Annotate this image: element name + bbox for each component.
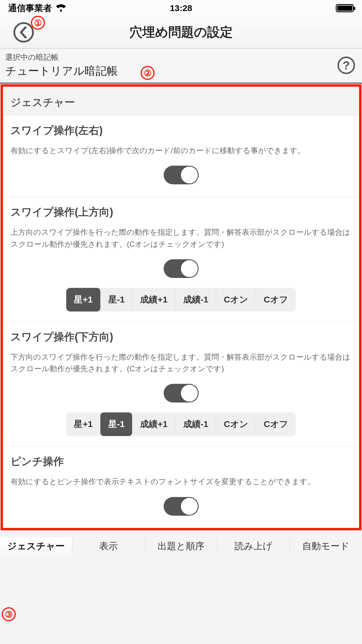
segmented-swipe-up: 星+1星-1成績+1成績-1CオンCオフ bbox=[66, 288, 295, 312]
seg-swipe_down-3[interactable]: 成績-1 bbox=[175, 412, 216, 436]
battery-icon bbox=[336, 4, 354, 12]
tab-1[interactable]: 表示 bbox=[72, 538, 144, 555]
setting-swipe-lr-desc: 有効にするとスワイプ(左右)操作で次のカード/前のカードに移動する事ができます。 bbox=[11, 145, 351, 156]
section-header-gesture: ジェスチャー bbox=[3, 87, 359, 115]
toggle-swipe-down[interactable] bbox=[164, 384, 199, 402]
seg-swipe_down-4[interactable]: Cオン bbox=[216, 412, 256, 436]
setting-swipe-down-title: スワイプ操作(下方向) bbox=[11, 330, 351, 344]
seg-swipe_up-5[interactable]: Cオフ bbox=[256, 288, 296, 312]
selected-deck-bar: 選択中の暗記帳 チュートリアル暗記帳 ? bbox=[0, 48, 362, 84]
setting-pinch-title: ピンチ操作 bbox=[11, 454, 351, 469]
seg-swipe_up-3[interactable]: 成績-1 bbox=[175, 288, 216, 312]
settings-panel: ジェスチャー スワイプ操作(左右) 有効にするとスワイプ(左右)操作で次のカード… bbox=[1, 84, 361, 530]
tab-2[interactable]: 出題と順序 bbox=[145, 538, 217, 555]
back-button[interactable] bbox=[13, 22, 34, 43]
seg-swipe_down-5[interactable]: Cオフ bbox=[256, 412, 296, 436]
tab-3[interactable]: 読み上げ bbox=[217, 538, 289, 555]
carrier-label: 通信事業者 bbox=[8, 2, 52, 14]
tab-0[interactable]: ジェスチャー bbox=[0, 538, 72, 555]
seg-swipe_down-1[interactable]: 星-1 bbox=[100, 412, 132, 436]
setting-pinch: ピンチ操作 有効にするとピンチ操作で表示テキストのフォントサイズを変更することが… bbox=[3, 446, 359, 528]
selected-deck-name: チュートリアル暗記帳 bbox=[5, 64, 118, 78]
seg-swipe_down-2[interactable]: 成績+1 bbox=[132, 412, 175, 436]
help-button[interactable]: ? bbox=[337, 57, 355, 74]
nav-header: 穴埋め問題の設定 bbox=[0, 16, 362, 48]
toggle-pinch[interactable] bbox=[164, 497, 199, 516]
seg-swipe_up-4[interactable]: Cオン bbox=[216, 288, 256, 312]
setting-swipe-up: スワイプ操作(上方向) 上方向のスワイプ操作を行った際の動作を指定します。質問・… bbox=[3, 197, 359, 322]
toggle-swipe-lr[interactable] bbox=[164, 166, 199, 184]
seg-swipe_up-0[interactable]: 星+1 bbox=[66, 288, 100, 312]
setting-swipe-lr-title: スワイプ操作(左右) bbox=[11, 123, 351, 138]
bottom-tab-bar: ジェスチャー表示出題と順序読み上げ自動モード bbox=[0, 530, 362, 562]
status-bar: 通信事業者 13:28 bbox=[0, 0, 362, 16]
clock: 13:28 bbox=[170, 3, 192, 13]
tab-4[interactable]: 自動モード bbox=[290, 538, 362, 555]
page-title: 穴埋め問題の設定 bbox=[130, 24, 233, 41]
setting-swipe-up-desc: 上方向のスワイプ操作を行った際の動作を指定します。質問・解答表示部がスクロールす… bbox=[11, 226, 351, 250]
toggle-swipe-up[interactable] bbox=[164, 259, 199, 278]
seg-swipe_up-1[interactable]: 星-1 bbox=[100, 288, 132, 312]
setting-swipe-lr: スワイプ操作(左右) 有効にするとスワイプ(左右)操作で次のカード/前のカードに… bbox=[3, 115, 359, 197]
seg-swipe_down-0[interactable]: 星+1 bbox=[66, 412, 100, 436]
wifi-icon bbox=[56, 4, 66, 12]
setting-swipe-up-title: スワイプ操作(上方向) bbox=[11, 205, 351, 219]
setting-pinch-desc: 有効にするとピンチ操作で表示テキストのフォントサイズを変更することができます。 bbox=[11, 476, 351, 487]
selected-deck-caption: 選択中の暗記帳 bbox=[5, 52, 118, 62]
seg-swipe_up-2[interactable]: 成績+1 bbox=[132, 288, 175, 312]
setting-swipe-down-desc: 下方向のスワイプ操作を行った際の動作を指定します。質問・解答表示部がスクロールす… bbox=[11, 351, 351, 375]
setting-swipe-down: スワイプ操作(下方向) 下方向のスワイプ操作を行った際の動作を指定します。質問・… bbox=[3, 322, 359, 447]
segmented-swipe-down: 星+1星-1成績+1成績-1CオンCオフ bbox=[66, 412, 295, 436]
annotation-3: ③ bbox=[2, 607, 16, 621]
